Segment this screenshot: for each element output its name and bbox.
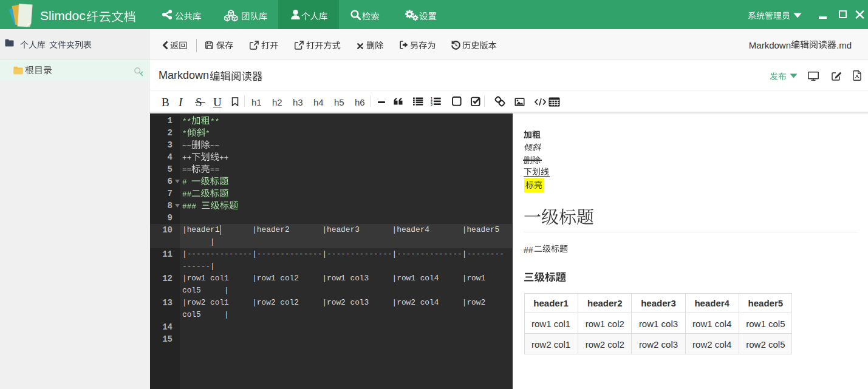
- svg-text:3: 3: [431, 103, 432, 106]
